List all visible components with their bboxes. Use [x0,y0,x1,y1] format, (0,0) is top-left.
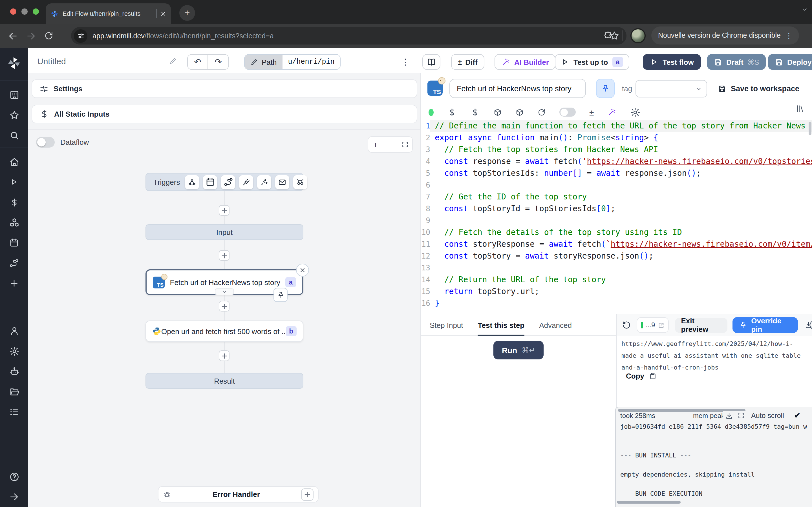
run-button[interactable]: Run ⌘↵ [493,341,544,359]
code-line-7[interactable]: 7 // Get the ID of the top story [421,191,812,203]
triggers-node[interactable]: Triggers [146,173,303,191]
insert-step-button[interactable] [219,205,230,216]
fit-view-button[interactable] [398,137,412,152]
collapse-node-button[interactable] [215,288,234,295]
dollar-icon[interactable] [470,107,480,117]
reload-button[interactable] [44,31,54,41]
error-handler-node[interactable]: Error Handler [158,486,319,503]
copy-result-button[interactable]: Copy [626,372,656,380]
chrome-update-button[interactable]: Nouvelle version de Chrome disponible ⋮ [651,26,799,45]
code-line-4[interactable]: 4 const response = await fetch('https://… [421,156,812,167]
exit-preview-button[interactable]: Exit preview [675,318,727,333]
trigger-webhook-icon[interactable] [185,175,199,189]
code-line-2[interactable]: 2export async function main(): Promise<s… [421,132,812,144]
sidebar-item-account[interactable] [4,321,24,341]
override-pin-button[interactable]: Override pin [732,317,798,333]
extensions-icon[interactable] [603,31,613,41]
download-logs-icon[interactable] [725,411,733,419]
address-bar[interactable]: app.windmill.dev/flows/edit/u/henri/pin_… [71,27,626,45]
code-line-10[interactable]: 10 // Fetch the details of the top story… [421,226,812,238]
tab-search-chevron-icon[interactable] [802,7,808,12]
code-line-13[interactable]: 13 [421,262,812,274]
history-icon[interactable] [622,321,631,330]
library-icon[interactable] [796,104,805,113]
sidebar-item-help[interactable] [4,466,24,487]
site-settings-chip[interactable] [74,29,87,43]
tab-advanced[interactable]: Advanced [539,314,572,336]
add-error-handler-button[interactable] [301,488,313,501]
flow-settings-row[interactable]: Settings [32,79,417,98]
wand-icon[interactable] [607,108,616,117]
plusminus-icon[interactable]: ± [589,108,594,116]
window-close-button[interactable] [10,8,16,15]
code-line-8[interactable]: 8 const topStoryId = topStoriesIds[0]; [421,203,812,215]
code-line-12[interactable]: 12 const topStory = await storyResponse.… [421,250,812,262]
insert-step-button[interactable] [219,350,230,361]
tab-test-this-step[interactable]: Test this step [478,314,525,336]
trigger-mail-icon[interactable] [275,175,289,189]
remove-step-button[interactable] [296,264,309,277]
save-to-workspace-button[interactable]: Save to workspace [718,80,799,96]
path-edit-segment[interactable]: Path [245,55,283,69]
more-menu-button[interactable]: ⋮ [399,55,412,69]
step-node-a[interactable]: TS Fetch url of HackerNews top story a [146,269,303,295]
docs-button[interactable] [422,54,441,70]
path-button[interactable]: Path u/henri/pin [244,54,341,70]
sidebar-item-workspace[interactable] [4,84,24,105]
editor-scrollbar[interactable] [809,122,811,135]
code-line-6[interactable]: 6 [421,179,812,191]
tag-select[interactable] [636,80,707,98]
code-line-11[interactable]: 11 const storyResponse = await fetch(`ht… [421,238,812,250]
flow-name-field[interactable]: Untitled [37,54,177,68]
zoom-in-button[interactable]: + [368,137,383,152]
logs-scrollbar-bottom[interactable] [617,501,680,504]
auto-scroll-checkbox[interactable]: ✔ [794,411,801,420]
back-button[interactable] [8,31,18,41]
sidebar-item-runs[interactable] [4,172,24,192]
forward-button[interactable] [26,31,36,41]
gear-icon[interactable] [630,107,641,117]
trigger-plug-bolt-icon[interactable] [257,175,271,189]
code-line-14[interactable]: 14 // Return the URL of the top story [421,274,812,286]
window-minimize-button[interactable] [21,8,28,15]
input-node[interactable]: Input [146,224,303,240]
editor-toggle[interactable] [559,108,576,117]
sidebar-item-create[interactable] [4,273,24,293]
zoom-out-button[interactable]: − [383,137,398,152]
trigger-calendar-icon[interactable] [203,175,217,189]
expand-logs-icon[interactable] [738,412,745,419]
sidebar-item-settings[interactable] [4,341,24,361]
past-runs-badge[interactable]: ...9 [637,317,668,333]
code-line-15[interactable]: 15 return topStory.url; [421,286,812,297]
dataflow-toggle[interactable] [36,137,55,148]
dollar-icon[interactable] [447,107,457,117]
chrome-menu-icon[interactable]: ⋮ [785,31,793,40]
refresh-icon[interactable] [538,108,546,116]
undo-button[interactable]: ↶ [187,54,208,70]
sidebar-item-workers[interactable] [4,361,24,381]
sidebar-item-resources[interactable] [4,212,24,233]
new-tab-button[interactable]: + [179,5,195,21]
code-line-16[interactable]: 16} [421,297,812,309]
ai-builder-button[interactable]: AI Builder [495,54,556,70]
redo-button[interactable]: ↷ [208,54,229,70]
sidebar-item-expand-sidebar[interactable] [4,487,24,507]
trigger-poll-icon[interactable] [293,175,307,189]
test-up-to-button[interactable]: Test up toa [555,54,629,70]
code-line-1[interactable]: 1// Define the main function to fetch th… [421,120,812,132]
result-node[interactable]: Result [146,373,303,389]
profile-avatar[interactable] [630,28,646,43]
code-line-9[interactable]: 9 [421,215,812,226]
sidebar-item-folders[interactable] [4,381,24,402]
step-node-b[interactable]: Open url and fetch first 500 words of ..… [146,321,303,342]
deploy-button[interactable]: Deploy [768,54,812,70]
sidebar-item-home[interactable] [4,152,24,172]
pin-toggle-button[interactable] [596,79,615,98]
code-line-5[interactable]: 5 const topStoriesIds: number[] = await … [421,167,812,179]
window-maximize-button[interactable] [33,8,39,15]
trigger-route-icon[interactable] [221,175,235,189]
tab-step-input[interactable]: Step Input [430,314,463,336]
sidebar-item-windmill-logo[interactable] [4,53,24,73]
test-flow-button[interactable]: Test flow [643,54,701,70]
trigger-plug-icon[interactable] [239,175,253,189]
